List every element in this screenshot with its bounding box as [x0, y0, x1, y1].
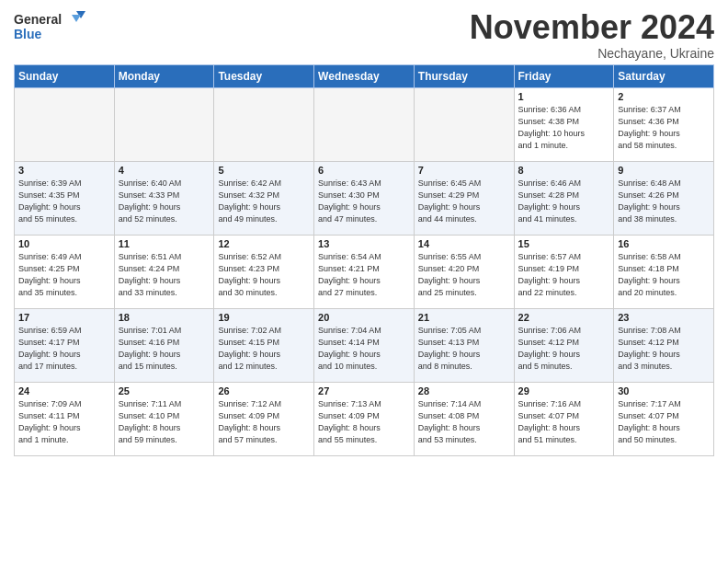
header-sunday: Sunday — [15, 64, 115, 87]
day-detail: Sunrise: 6:37 AM Sunset: 4:36 PM Dayligh… — [618, 104, 710, 152]
day-detail: Sunrise: 6:58 AM Sunset: 4:18 PM Dayligh… — [618, 251, 710, 299]
day-number: 6 — [318, 165, 410, 176]
table-row: 26Sunrise: 7:12 AM Sunset: 4:09 PM Dayli… — [214, 382, 314, 455]
table-row: 21Sunrise: 7:05 AM Sunset: 4:13 PM Dayli… — [414, 308, 514, 382]
day-number: 3 — [18, 165, 110, 176]
logo: General Blue — [14, 9, 87, 48]
day-detail: Sunrise: 6:59 AM Sunset: 4:17 PM Dayligh… — [18, 325, 110, 373]
day-number: 18 — [119, 312, 210, 323]
svg-text:Blue: Blue — [14, 27, 42, 41]
day-detail: Sunrise: 7:05 AM Sunset: 4:13 PM Dayligh… — [418, 325, 510, 373]
table-row: 14Sunrise: 6:55 AM Sunset: 4:20 PM Dayli… — [414, 235, 514, 308]
title-block: November 2024 Nechayane, Ukraine — [470, 9, 714, 61]
day-number: 20 — [318, 312, 410, 323]
calendar-header-row: Sunday Monday Tuesday Wednesday Thursday… — [15, 64, 714, 87]
day-number: 24 — [18, 385, 110, 396]
day-detail: Sunrise: 6:45 AM Sunset: 4:29 PM Dayligh… — [418, 178, 510, 225]
table-row: 10Sunrise: 6:49 AM Sunset: 4:25 PM Dayli… — [15, 235, 115, 308]
table-row — [314, 87, 415, 161]
day-number: 17 — [18, 312, 110, 323]
day-detail: Sunrise: 6:55 AM Sunset: 4:20 PM Dayligh… — [418, 251, 510, 299]
table-row — [414, 87, 514, 161]
table-row: 15Sunrise: 6:57 AM Sunset: 4:19 PM Dayli… — [514, 235, 614, 308]
day-detail: Sunrise: 6:39 AM Sunset: 4:35 PM Dayligh… — [18, 178, 110, 225]
day-detail: Sunrise: 7:11 AM Sunset: 4:10 PM Dayligh… — [119, 398, 210, 446]
calendar-week-row: 10Sunrise: 6:49 AM Sunset: 4:25 PM Dayli… — [15, 235, 714, 308]
day-number: 1 — [518, 91, 610, 102]
svg-text:General: General — [14, 12, 62, 27]
day-number: 22 — [518, 312, 610, 323]
header-saturday: Saturday — [614, 64, 714, 87]
table-row: 1Sunrise: 6:36 AM Sunset: 4:38 PM Daylig… — [514, 87, 614, 161]
table-row: 13Sunrise: 6:54 AM Sunset: 4:21 PM Dayli… — [314, 235, 415, 308]
table-row: 2Sunrise: 6:37 AM Sunset: 4:36 PM Daylig… — [614, 87, 714, 161]
day-detail: Sunrise: 7:08 AM Sunset: 4:12 PM Dayligh… — [618, 325, 710, 373]
day-detail: Sunrise: 6:51 AM Sunset: 4:24 PM Dayligh… — [119, 251, 210, 299]
day-detail: Sunrise: 7:16 AM Sunset: 4:07 PM Dayligh… — [518, 398, 610, 446]
day-detail: Sunrise: 7:12 AM Sunset: 4:09 PM Dayligh… — [218, 398, 310, 446]
day-detail: Sunrise: 6:40 AM Sunset: 4:33 PM Dayligh… — [119, 178, 210, 225]
day-number: 30 — [618, 385, 710, 396]
table-row: 29Sunrise: 7:16 AM Sunset: 4:07 PM Dayli… — [514, 382, 614, 455]
table-row — [114, 87, 214, 161]
table-row: 4Sunrise: 6:40 AM Sunset: 4:33 PM Daylig… — [114, 161, 214, 235]
calendar-table: Sunday Monday Tuesday Wednesday Thursday… — [14, 64, 714, 456]
table-row: 6Sunrise: 6:43 AM Sunset: 4:30 PM Daylig… — [314, 161, 415, 235]
day-number: 12 — [218, 238, 310, 249]
day-number: 29 — [518, 385, 610, 396]
table-row: 9Sunrise: 6:48 AM Sunset: 4:26 PM Daylig… — [614, 161, 714, 235]
day-detail: Sunrise: 6:43 AM Sunset: 4:30 PM Dayligh… — [318, 178, 410, 225]
day-number: 16 — [618, 238, 710, 249]
table-row: 27Sunrise: 7:13 AM Sunset: 4:09 PM Dayli… — [314, 382, 415, 455]
table-row — [214, 87, 314, 161]
day-number: 23 — [618, 312, 710, 323]
day-detail: Sunrise: 6:48 AM Sunset: 4:26 PM Dayligh… — [618, 178, 710, 225]
day-number: 4 — [119, 165, 210, 176]
day-detail: Sunrise: 6:42 AM Sunset: 4:32 PM Dayligh… — [218, 178, 310, 225]
day-detail: Sunrise: 7:01 AM Sunset: 4:16 PM Dayligh… — [119, 325, 210, 373]
table-row: 23Sunrise: 7:08 AM Sunset: 4:12 PM Dayli… — [614, 308, 714, 382]
day-number: 26 — [218, 385, 310, 396]
table-row: 24Sunrise: 7:09 AM Sunset: 4:11 PM Dayli… — [15, 382, 115, 455]
table-row: 8Sunrise: 6:46 AM Sunset: 4:28 PM Daylig… — [514, 161, 614, 235]
day-detail: Sunrise: 7:06 AM Sunset: 4:12 PM Dayligh… — [518, 325, 610, 373]
day-number: 11 — [119, 238, 210, 249]
table-row: 11Sunrise: 6:51 AM Sunset: 4:24 PM Dayli… — [114, 235, 214, 308]
table-row — [15, 87, 115, 161]
logo-svg: General Blue — [14, 9, 87, 48]
day-number: 5 — [218, 165, 310, 176]
day-number: 9 — [618, 165, 710, 176]
calendar-week-row: 1Sunrise: 6:36 AM Sunset: 4:38 PM Daylig… — [15, 87, 714, 161]
day-detail: Sunrise: 6:46 AM Sunset: 4:28 PM Dayligh… — [518, 178, 610, 225]
day-detail: Sunrise: 7:13 AM Sunset: 4:09 PM Dayligh… — [318, 398, 410, 446]
day-detail: Sunrise: 6:52 AM Sunset: 4:23 PM Dayligh… — [218, 251, 310, 299]
header-wednesday: Wednesday — [314, 64, 415, 87]
table-row: 7Sunrise: 6:45 AM Sunset: 4:29 PM Daylig… — [414, 161, 514, 235]
day-detail: Sunrise: 7:14 AM Sunset: 4:08 PM Dayligh… — [418, 398, 510, 446]
day-number: 13 — [318, 238, 410, 249]
day-detail: Sunrise: 7:09 AM Sunset: 4:11 PM Dayligh… — [18, 398, 110, 446]
day-number: 10 — [18, 238, 110, 249]
month-title: November 2024 — [470, 9, 714, 46]
header-tuesday: Tuesday — [214, 64, 314, 87]
table-row: 19Sunrise: 7:02 AM Sunset: 4:15 PM Dayli… — [214, 308, 314, 382]
table-row: 17Sunrise: 6:59 AM Sunset: 4:17 PM Dayli… — [15, 308, 115, 382]
table-row: 18Sunrise: 7:01 AM Sunset: 4:16 PM Dayli… — [114, 308, 214, 382]
table-row: 3Sunrise: 6:39 AM Sunset: 4:35 PM Daylig… — [15, 161, 115, 235]
table-row: 22Sunrise: 7:06 AM Sunset: 4:12 PM Dayli… — [514, 308, 614, 382]
day-detail: Sunrise: 6:57 AM Sunset: 4:19 PM Dayligh… — [518, 251, 610, 299]
svg-marker-3 — [72, 15, 81, 22]
calendar-week-row: 17Sunrise: 6:59 AM Sunset: 4:17 PM Dayli… — [15, 308, 714, 382]
table-row: 28Sunrise: 7:14 AM Sunset: 4:08 PM Dayli… — [414, 382, 514, 455]
table-row: 20Sunrise: 7:04 AM Sunset: 4:14 PM Dayli… — [314, 308, 415, 382]
table-row: 12Sunrise: 6:52 AM Sunset: 4:23 PM Dayli… — [214, 235, 314, 308]
header-monday: Monday — [114, 64, 214, 87]
day-number: 2 — [618, 91, 710, 102]
table-row: 16Sunrise: 6:58 AM Sunset: 4:18 PM Dayli… — [614, 235, 714, 308]
day-detail: Sunrise: 6:36 AM Sunset: 4:38 PM Dayligh… — [518, 104, 610, 152]
day-number: 15 — [518, 238, 610, 249]
day-detail: Sunrise: 6:49 AM Sunset: 4:25 PM Dayligh… — [18, 251, 110, 299]
day-number: 19 — [218, 312, 310, 323]
day-number: 8 — [518, 165, 610, 176]
day-detail: Sunrise: 7:04 AM Sunset: 4:14 PM Dayligh… — [318, 325, 410, 373]
